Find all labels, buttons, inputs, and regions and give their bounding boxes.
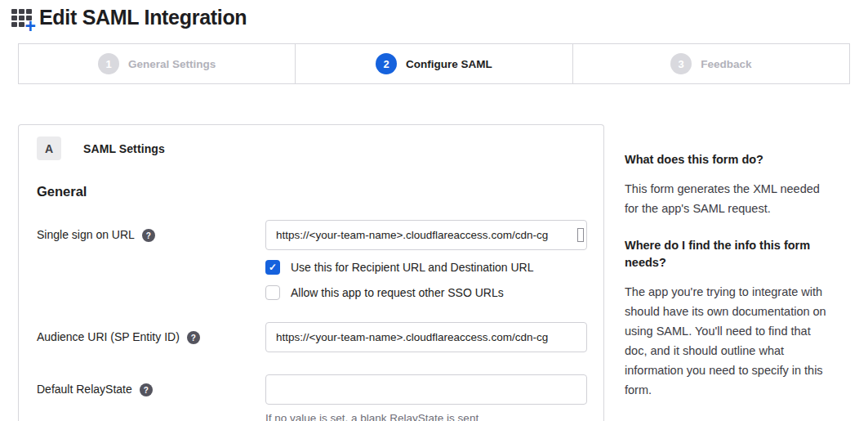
section-header: A SAML Settings — [37, 137, 603, 160]
form-row-sso-url: Single sign on URL ? ✓ Use this for Reci… — [37, 220, 603, 300]
step-label: General Settings — [128, 58, 216, 70]
form-row-relay-state: Default RelayState ? If no value is set,… — [37, 374, 603, 421]
plus-glyph: + — [25, 17, 36, 36]
help-sidebar: What does this form do? This form genera… — [625, 124, 830, 419]
help-icon[interactable]: ? — [142, 229, 155, 242]
page-title: Edit SAML Integration — [39, 6, 247, 29]
step-number-badge: 3 — [670, 53, 692, 74]
section-title: SAML Settings — [83, 142, 165, 155]
main-content: A SAML Settings General Single sign on U… — [0, 124, 868, 421]
help-heading-what: What does this form do? — [625, 151, 830, 168]
sso-url-field-cell: ✓ Use this for Recipient URL and Destina… — [265, 220, 587, 300]
audience-uri-input[interactable] — [265, 322, 587, 352]
sso-url-label-cell: Single sign on URL ? — [37, 220, 265, 300]
tab-feedback[interactable]: 3 Feedback — [572, 44, 849, 83]
help-body-where: The app you're trying to integrate with … — [625, 282, 830, 400]
recipient-url-checkbox[interactable]: ✓ — [265, 260, 280, 275]
help-icon[interactable]: ? — [187, 331, 200, 344]
help-body-what: This form generates the XML needed for t… — [625, 179, 830, 218]
section-badge: A — [37, 137, 61, 160]
other-sso-urls-checkbox-label: Allow this app to request other SSO URLs — [291, 286, 504, 299]
recipient-url-check-row: ✓ Use this for Recipient URL and Destina… — [265, 260, 587, 275]
step-label: Configure SAML — [406, 58, 492, 70]
tab-configure-saml[interactable]: 2 Configure SAML — [295, 44, 572, 83]
relay-state-label-cell: Default RelayState ? — [37, 374, 265, 421]
step-label: Feedback — [701, 58, 751, 70]
page-header: + Edit SAML Integration — [0, 0, 868, 29]
relay-state-helper-text: If no value is set, a blank RelayState i… — [265, 412, 587, 421]
step-number-badge: 1 — [98, 53, 119, 74]
tab-general-settings[interactable]: 1 General Settings — [19, 44, 295, 83]
sso-url-label: Single sign on URL — [37, 228, 135, 241]
other-sso-check-row: Allow this app to request other SSO URLs — [265, 285, 587, 300]
relay-state-label: Default RelayState — [37, 383, 132, 396]
group-heading-general: General — [37, 184, 603, 199]
step-number-badge: 2 — [376, 53, 397, 74]
audience-uri-label-cell: Audience URI (SP Entity ID) ? — [37, 322, 265, 352]
single-sign-on-url-input[interactable] — [265, 220, 587, 250]
audience-uri-label: Audience URI (SP Entity ID) — [37, 330, 180, 343]
relay-state-field-cell: If no value is set, a blank RelayState i… — [265, 374, 587, 421]
app-grid-plus-icon: + — [11, 9, 33, 29]
other-sso-urls-checkbox[interactable] — [265, 285, 280, 300]
saml-form: Single sign on URL ? ✓ Use this for Reci… — [37, 220, 603, 421]
audience-uri-field-cell — [265, 322, 587, 352]
form-row-audience-uri: Audience URI (SP Entity ID) ? — [37, 322, 603, 352]
help-heading-where: Where do I find the info this form needs… — [625, 237, 830, 271]
help-icon[interactable]: ? — [140, 383, 153, 396]
saml-settings-card: A SAML Settings General Single sign on U… — [18, 124, 604, 421]
recipient-url-checkbox-label: Use this for Recipient URL and Destinati… — [291, 261, 534, 274]
step-tabs: 1 General Settings 2 Configure SAML 3 Fe… — [18, 43, 850, 84]
default-relay-state-input[interactable] — [265, 374, 587, 405]
